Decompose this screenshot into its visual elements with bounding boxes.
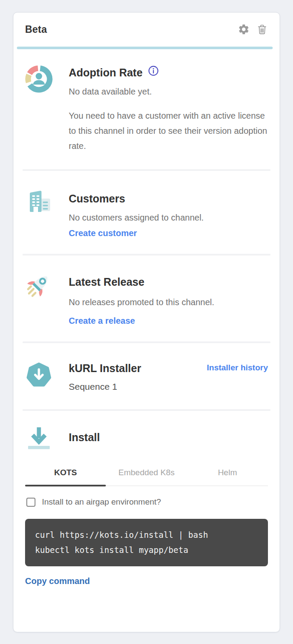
airgap-row: Install to an airgap environment? [25,497,268,507]
kurl-installer-section: kURL Installer Installer history Sequenc… [25,343,268,409]
adoption-rate-title: Adoption Rate [69,65,268,79]
create-release-link[interactable]: Create a release [69,316,135,326]
install-title: Install [69,430,268,444]
airgap-label: Install to an airgap environment? [42,497,161,507]
create-customer-link[interactable]: Create customer [69,228,137,238]
buildings-icon [25,188,53,238]
adoption-rate-section: Adoption Rate No data available yet. You… [25,49,268,169]
heptagon-download-icon [25,361,53,392]
install-tabs: KOTS Embedded K8s Helm [25,465,268,486]
installer-history-link[interactable]: Installer history [207,363,268,373]
command-line-1: curl https://kots.io/install | bash [35,530,208,540]
customers-empty-text: No customers assigned to channel. [69,211,268,224]
channel-title: Beta [25,24,47,35]
latest-release-section: Latest Release No releases promoted to t… [25,256,268,341]
settings-gear-icon[interactable] [238,23,250,35]
copy-command-link[interactable]: Copy command [25,576,90,586]
latest-release-title: Latest Release [69,275,268,289]
kurl-installer-title: kURL Installer [69,361,141,375]
channel-card: Beta [13,12,280,632]
airgap-checkbox[interactable] [26,498,35,507]
donut-user-icon [25,65,53,154]
release-empty-text: No releases promoted to this channel. [69,296,268,309]
customers-title: Customers [69,192,268,205]
installer-sequence: Sequence 1 [69,382,268,392]
channel-actions [238,23,268,35]
command-line-2: kubectl kots install myapp/beta [35,545,188,555]
delete-trash-icon[interactable] [256,23,268,35]
tab-kots[interactable]: KOTS [25,465,106,486]
install-command-block: curl https://kots.io/install | bash kube… [25,519,268,566]
install-section: Install [25,411,268,451]
rocket-icon [25,271,53,326]
adoption-empty-text: No data available yet. [69,85,268,98]
customers-section: Customers No customers assigned to chann… [25,171,268,254]
info-icon[interactable] [148,65,159,79]
kurl-header-row: kURL Installer Installer history [69,361,268,375]
download-arrow-icon [25,424,53,451]
tab-embedded-k8s[interactable]: Embedded K8s [106,465,187,486]
adoption-hint-text: You need to have a customer with an acti… [69,108,268,154]
adoption-rate-title-text: Adoption Rate [69,66,143,79]
tab-helm[interactable]: Helm [187,465,268,486]
channel-card-header: Beta [25,23,268,35]
